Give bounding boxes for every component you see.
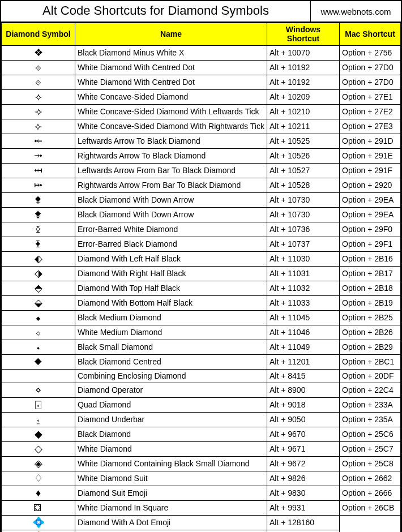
table-row: ⬖Diamond With Left Half BlackAlt + 11030… — [2, 252, 401, 267]
cell-mac-shortcut: Option + 291E — [340, 149, 401, 164]
cell-win-shortcut: Alt + 8900 — [267, 383, 340, 398]
cell-win-shortcut: Alt + 10192 — [267, 61, 340, 75]
cell-win-shortcut: Alt + 11030 — [267, 252, 340, 267]
cell-symbol: ⟐ — [2, 75, 75, 90]
cell-name: Diamond With Bottom Half Black — [75, 296, 267, 311]
cell-mac-shortcut: Option + 2B29 — [340, 340, 401, 355]
table-row: ⛋White Diamond In SquareAlt + 9931Option… — [2, 501, 401, 516]
cell-symbol: ⬖ — [2, 252, 75, 267]
cell-mac-shortcut: Option + 2B25 — [340, 311, 401, 325]
cell-win-shortcut: Alt + 9672 — [267, 457, 340, 471]
cell-name: White Diamond In Square — [75, 501, 267, 516]
cell-name: Black Diamond Centred — [75, 355, 267, 370]
cell-win-shortcut: Alt + 9671 — [267, 442, 340, 457]
cell-symbol: 🔶 — [2, 530, 75, 533]
cell-name: Large Orange Diamond Emoji — [75, 530, 267, 533]
table-row: ⤠Rightwards Arrow From Bar To Black Diam… — [2, 178, 401, 193]
table-row: ♦Diamond Suit EmojiAlt + 9830Option + 26… — [2, 486, 401, 501]
cell-symbol: ⟢ — [2, 105, 75, 119]
cell-win-shortcut: Alt + 10210 — [267, 105, 340, 119]
cell-symbol: ⧪ — [2, 193, 75, 208]
table-row: ⧪Black Diamond With Down ArrowAlt + 1073… — [2, 208, 401, 222]
cell-name: Black Diamond — [75, 427, 267, 442]
table-row: Combining Enclosing DiamondAlt + 8415Opt… — [2, 370, 401, 383]
table-row: ⧰Error-Barred White DiamondAlt + 10736Op… — [2, 222, 401, 237]
cell-mac-shortcut: Option + 25C7 — [340, 442, 401, 457]
cell-win-shortcut: Alt + 10737 — [267, 237, 340, 252]
cell-mac-shortcut: Option + 2B18 — [340, 281, 401, 296]
cell-name: Black Diamond With Down Arrow — [75, 208, 267, 222]
cell-symbol: ⤠ — [2, 178, 75, 193]
cell-mac-shortcut: Option + 27E2 — [340, 105, 401, 119]
title-bar: Alt Code Shortcuts for Diamond Symbols w… — [1, 1, 401, 23]
cell-win-shortcut: Alt + 10209 — [267, 90, 340, 105]
cell-mac-shortcut: Option + 291D — [340, 134, 401, 149]
cell-name: Diamond With A Dot Emoji — [75, 516, 267, 530]
cell-name: White Diamond With Centred Dot — [75, 75, 267, 90]
cell-win-shortcut: Alt + 11049 — [267, 340, 340, 355]
table-row: ⧪Black Diamond With Down ArrowAlt + 1073… — [2, 193, 401, 208]
cell-name: Rightwards Arrow From Bar To Black Diamo… — [75, 178, 267, 193]
cell-name: Diamond With Left Half Black — [75, 252, 267, 267]
table-row: 💠Diamond With A Dot EmojiAlt + 128160Use… — [2, 516, 401, 530]
cell-name: White Concave-Sided Diamond With Rightwa… — [75, 119, 267, 134]
cell-name: White Medium Diamond — [75, 325, 267, 340]
site-url: www.webnots.com — [310, 1, 401, 22]
cell-name: Leftwards Arrow From Bar To Black Diamon… — [75, 164, 267, 178]
header-row: Diamond Symbol Name Windows Shortcut Mac… — [2, 23, 401, 46]
table-row: ◇White DiamondAlt + 9671Option + 25C7 — [2, 442, 401, 457]
cell-mac-shortcut: Option + 2B16 — [340, 252, 401, 267]
col-header-win: Windows Shortcut — [267, 23, 340, 46]
cell-win-shortcut: Alt + 10527 — [267, 164, 340, 178]
shortcut-table-container: Alt Code Shortcuts for Diamond Symbols w… — [0, 0, 402, 532]
table-row: ⯁Black Diamond CentredAlt + 11201Option … — [2, 355, 401, 370]
cell-name: Leftwards Arrow To Black Diamond — [75, 134, 267, 149]
cell-symbol: ⬥ — [2, 311, 75, 325]
col-header-name: Name — [75, 23, 267, 46]
cell-name: White Diamond Suit — [75, 471, 267, 486]
cell-name: Quad Diamond — [75, 398, 267, 413]
cell-mac-shortcut: Option + 2920 — [340, 178, 401, 193]
cell-win-shortcut: Alt + 11032 — [267, 281, 340, 296]
cell-win-shortcut: Alt + 11031 — [267, 267, 340, 281]
cell-name: Black Medium Diamond — [75, 311, 267, 325]
cell-win-shortcut: Alt + 9050 — [267, 413, 340, 427]
cell-symbol: ⟐ — [2, 61, 75, 75]
cell-symbol: ⬩ — [2, 340, 75, 355]
cell-mac-shortcut: Option + 2B26 — [340, 325, 401, 340]
cell-mac-merged: Use Character Viewer — [340, 516, 401, 533]
cell-name: White Concave-Sided Diamond With Leftwar… — [75, 105, 267, 119]
cell-name: White Diamond — [75, 442, 267, 457]
cell-mac-shortcut: Option + 2B19 — [340, 296, 401, 311]
cell-mac-shortcut: Option + 20DF — [340, 370, 401, 383]
page-title: Alt Code Shortcuts for Diamond Symbols — [1, 1, 310, 22]
cell-symbol: ♢ — [2, 471, 75, 486]
cell-symbol: ◇ — [2, 442, 75, 457]
cell-symbol — [2, 370, 75, 383]
cell-mac-shortcut: Option + 2662 — [340, 471, 401, 486]
cell-symbol: ◈ — [2, 457, 75, 471]
table-row: ⤝Leftwards Arrow To Black DiamondAlt + 1… — [2, 134, 401, 149]
cell-mac-shortcut: Option + 233A — [340, 398, 401, 413]
cell-win-shortcut: Alt + 9830 — [267, 486, 340, 501]
cell-mac-shortcut: Option + 27D0 — [340, 61, 401, 75]
table-row: ⧱Error-Barred Black DiamondAlt + 10737Op… — [2, 237, 401, 252]
cell-name: White Concave-Sided Diamond — [75, 90, 267, 105]
cell-mac-shortcut: Option + 27D0 — [340, 75, 401, 90]
table-row: ❖Black Diamond Minus White XAlt + 10070O… — [2, 46, 401, 61]
cell-mac-shortcut: Option + 2756 — [340, 46, 401, 61]
cell-name: Rightwards Arrow To Black Diamond — [75, 149, 267, 164]
table-row: ♢White Diamond SuitAlt + 9826Option + 26… — [2, 471, 401, 486]
cell-win-shortcut: Alt + 10211 — [267, 119, 340, 134]
table-row: ⟣White Concave-Sided Diamond With Rightw… — [2, 119, 401, 134]
cell-name: White Diamond With Centred Dot — [75, 61, 267, 75]
cell-symbol: ⛋ — [2, 501, 75, 516]
col-header-mac: Mac Shortcut — [340, 23, 401, 46]
cell-name: Black Diamond With Down Arrow — [75, 193, 267, 208]
cell-symbol: ⟣ — [2, 119, 75, 134]
cell-symbol: ⯁ — [2, 355, 75, 370]
table-row: ⤞Rightwards Arrow To Black DiamondAlt + … — [2, 149, 401, 164]
cell-symbol: ❖ — [2, 46, 75, 61]
table-row: ⬩Black Small DiamondAlt + 11049Option + … — [2, 340, 401, 355]
cell-win-shortcut: Alt + 9018 — [267, 398, 340, 413]
